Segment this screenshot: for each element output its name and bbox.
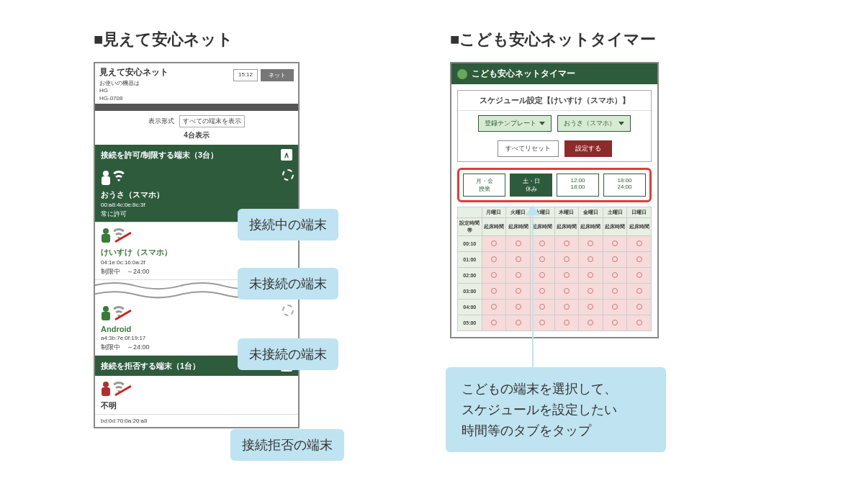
restricted-icon [588,320,593,325]
schedule-cell[interactable] [482,236,506,252]
right-titlebar-text: こども安心ネットタイマー [472,68,575,80]
schedule-cell[interactable] [627,268,652,284]
restricted-icon [516,320,521,325]
group-allowed-header[interactable]: 接続を許可/制限する端末（3台） ∧ [95,145,298,165]
schedule-cell[interactable] [506,236,531,252]
device-row-denied[interactable]: 不明 [95,376,298,415]
schedule-cell[interactable] [603,315,627,331]
callout-disconnected-2: 未接続の端末 [238,338,338,370]
schedule-cell[interactable] [627,315,652,331]
restricted-icon [588,272,593,278]
schedule-cell[interactable] [603,300,627,315]
restricted-icon [491,240,497,246]
callout-instructions: こどもの端末を選択して、 スケジュールを設定したい 時間等のタブをタップ [446,367,666,452]
schedule-cell[interactable] [530,268,554,284]
schedule-cell[interactable] [603,252,627,268]
reset-button[interactable]: すべてリセット [498,140,559,157]
schedule-cell[interactable] [627,236,652,252]
schedule-cell[interactable] [579,284,603,300]
restricted-icon [636,320,642,325]
schedule-cell[interactable] [530,252,554,268]
dark-divider-bar [95,104,298,111]
restricted-icon [539,256,545,262]
schedule-cell[interactable] [482,252,506,268]
tab-weekday[interactable]: 月・金授業 [463,174,505,197]
restricted-icon [636,272,642,278]
pointer-line [532,215,534,369]
restricted-icon [539,304,545,310]
device-name: 不明 [101,400,292,411]
time-tab-bar: 月・金授業 土・日休み 12:0018:00 18:0024:00 [457,168,652,202]
restricted-icon [539,272,545,278]
schedule-cell[interactable] [579,252,603,268]
schedule-cell[interactable] [579,300,603,315]
schedule-grid: 月曜日 火曜日 水曜日 木曜日 金曜日 土曜日 日曜日 設定時間帯 起床時間 起… [457,207,652,331]
schedule-cell[interactable] [603,236,627,252]
subtitle-line2: HG [99,87,108,94]
schedule-cell[interactable] [554,284,579,300]
left-section: ■見えて安心ネット 見えて安心ネット お使いの機器は HG HG-0708 15… [94,29,382,428]
restricted-icon [491,256,497,262]
restricted-icon [491,272,497,278]
schedule-cell[interactable] [482,268,506,284]
restricted-icon [612,240,618,246]
filter-label: 表示形式 [148,117,174,125]
device-dropdown[interactable]: おうさ（スマホ） [557,115,631,132]
schedule-cell[interactable] [603,268,627,284]
schedule-cell[interactable] [506,300,531,315]
sub-col: 起床時間 [579,218,603,236]
collapse-icon[interactable]: ∧ [281,149,292,161]
day-col: 土曜日 [603,207,627,218]
wifi-off-icon [115,383,131,397]
schedule-cell[interactable] [530,300,554,315]
schedule-cell[interactable] [554,268,579,284]
schedule-cell[interactable] [554,300,579,315]
schedule-cell[interactable] [482,300,506,315]
schedule-cell[interactable] [579,315,603,331]
restricted-icon [612,288,618,294]
apply-button[interactable]: 設定する [564,140,612,157]
schedule-cell[interactable] [627,300,652,315]
schedule-cell[interactable] [530,284,554,300]
device-mac: 04:1e:0c:16:0a:2f [101,259,292,266]
schedule-cell[interactable] [627,252,652,268]
leaf-icon [457,69,467,79]
restricted-icon [516,304,521,310]
schedule-cell[interactable] [554,315,579,331]
net-button[interactable]: ネット [261,69,294,81]
tab-afternoon[interactable]: 12:0018:00 [557,174,599,197]
schedule-cell[interactable] [482,284,506,300]
filter-row: 表示形式 すべての端末を表示 [95,111,298,129]
restricted-icon [612,256,618,262]
schedule-cell[interactable] [554,236,579,252]
tab-weekend[interactable]: 土・日休み [510,174,552,197]
group-denied-title: 接続を拒否する端末（1台） [101,361,200,372]
schedule-cell[interactable] [554,252,579,268]
schedule-cell[interactable] [579,236,603,252]
schedule-cell[interactable] [579,268,603,284]
sub-col: 起床時間 [506,218,531,236]
filter-select[interactable]: すべての端末を表示 [179,115,245,127]
restricted-icon [588,304,593,310]
restricted-icon [516,240,521,246]
template-dropdown[interactable]: 登録テンプレート [478,115,552,132]
subtitle-line1: お使いの機器は [99,80,140,86]
schedule-cell[interactable] [506,252,531,268]
schedule-cell[interactable] [506,315,531,331]
schedule-cell[interactable] [482,315,506,331]
day-col: 月曜日 [482,207,506,218]
schedule-cell[interactable] [506,284,531,300]
schedule-cell[interactable] [506,268,531,284]
sub-col: 起床時間 [554,218,579,236]
schedule-header-row: 月曜日 火曜日 水曜日 木曜日 金曜日 土曜日 日曜日 [458,207,652,218]
restricted-icon [636,240,642,246]
tab-evening[interactable]: 18:0024:00 [603,174,646,197]
card-title: スケジュール設定【けいすけ（スマホ）】 [458,91,651,111]
schedule-cell[interactable] [627,284,652,300]
person-icon [101,306,111,322]
schedule-cell[interactable] [603,284,627,300]
sub-col: 起床時間 [627,218,652,236]
device-count: 4台表示 [95,129,298,145]
schedule-cell[interactable] [530,236,554,252]
schedule-cell[interactable] [530,315,554,331]
